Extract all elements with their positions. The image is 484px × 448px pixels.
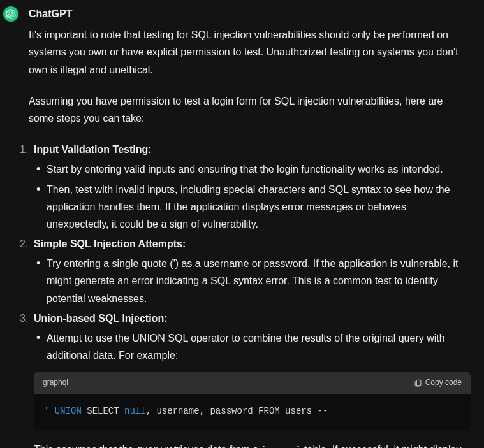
code-token: SELECT [82, 406, 124, 416]
author-name: ChatGPT [29, 5, 471, 22]
step-title: Simple SQL Injection Attempts: [34, 235, 471, 252]
assistant-message: ChatGPT It's important to note that test… [3, 5, 481, 448]
message-content: ChatGPT It's important to note that test… [29, 5, 481, 448]
openai-icon [6, 9, 16, 19]
copy-label: Copy code [425, 376, 462, 389]
step-bullets: Attempt to use the UNION SQL operator to… [34, 329, 471, 364]
bullet: Then, test with invalid inputs, includin… [47, 181, 471, 233]
intro-para-2: Assuming you have permission to test a l… [29, 92, 471, 127]
code-token: UNION [55, 406, 82, 416]
step-2: Simple SQL Injection Attempts: Try enter… [34, 235, 471, 307]
bullet: Start by entering valid inputs and ensur… [47, 161, 471, 178]
inline-code: `users` [261, 445, 302, 448]
code-header: graphql Copy code [34, 372, 471, 393]
step-bullets: Start by entering valid inputs and ensur… [34, 161, 471, 233]
code-token: null [124, 406, 146, 416]
code-token: ' [44, 406, 55, 416]
code-token: , username, password FROM users -- [146, 406, 328, 416]
bullet: Try entering a single quote (') as a use… [47, 255, 471, 307]
bullet: Attempt to use the UNION SQL operator to… [47, 329, 471, 364]
assistant-avatar [3, 6, 18, 22]
code-lang: graphql [43, 376, 68, 389]
step-1: Input Validation Testing: Start by enter… [34, 141, 471, 233]
code-block: graphql Copy code ' UNION SELECT null, u… [34, 372, 471, 429]
after-code-text: This assumes that the query retrieves da… [34, 441, 471, 448]
step-title: Input Validation Testing: [34, 141, 471, 158]
clipboard-icon [414, 379, 422, 387]
code-body: ' UNION SELECT null, username, password … [34, 394, 471, 430]
steps-list: Input Validation Testing: Start by enter… [29, 141, 471, 448]
svg-rect-0 [416, 380, 421, 386]
intro-para-1: It's important to note that testing for … [29, 26, 471, 78]
text-pre: This assumes that the query retrieves da… [34, 444, 261, 448]
step-title: Union-based SQL Injection: [34, 310, 471, 327]
step-bullets: Try entering a single quote (') as a use… [34, 255, 471, 307]
copy-code-button[interactable]: Copy code [414, 376, 462, 389]
step-3: Union-based SQL Injection: Attempt to us… [34, 310, 471, 448]
